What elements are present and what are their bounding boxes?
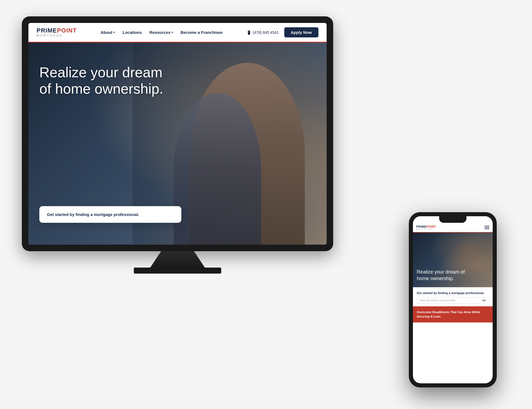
nav-resources-label: Resources (149, 30, 170, 35)
phone-logo-top: PRIMEPOINT (416, 225, 436, 228)
person2-silhouette (174, 93, 261, 245)
phone: PRIMEPOINT MORTGAGE Realize your dream o… (409, 212, 496, 387)
nav-locations-label: Locations (122, 30, 142, 35)
hamburger-line1 (484, 226, 489, 226)
nav-franchisee[interactable]: Become a Franchisee (181, 30, 223, 35)
desktop-logo: PRIMEPOINT MORTGAGE (37, 28, 77, 37)
hero-title-line2: of home ownership. (39, 81, 163, 97)
phone-cta-section: Overcome Roadblocks That Can Arise While… (413, 306, 493, 322)
phone-logo-prime: PRIME (416, 225, 426, 228)
phone-search-input[interactable]: Enter Zip Code or City and State | Go (417, 297, 489, 304)
phone-notch (439, 216, 466, 223)
phone-link[interactable]: 📱 (478) 845 4541 (247, 30, 279, 35)
page-container: PRIMEPOINT MORTGAGE About ▾ Locations (0, 0, 532, 409)
hamburger-line3 (484, 229, 489, 229)
desktop-nav: PRIMEPOINT MORTGAGE About ▾ Locations (28, 23, 327, 43)
phone-logo: PRIMEPOINT MORTGAGE (416, 225, 436, 230)
nav-franchisee-label: Become a Franchisee (181, 30, 223, 35)
desktop-logo-top: PRIMEPOINT (37, 28, 77, 34)
monitor-stand (150, 251, 205, 268)
phone-body: PRIMEPOINT MORTGAGE Realize your dream o… (409, 212, 496, 387)
nav-right: 📱 (478) 845 4541 Apply Now (247, 27, 318, 37)
phone-logo-bottom: MORTGAGE (416, 228, 436, 230)
phone-logo-point: POINT (426, 225, 436, 228)
desktop-logo-bottom: MORTGAGE (37, 34, 77, 37)
phone-hero-text: Realize your dream of home ownership. (417, 269, 466, 282)
nav-about-label: About (101, 30, 112, 35)
logo-prime: PRIME (37, 27, 57, 34)
hero-background: Realize your dream of home ownership. Ge… (28, 43, 327, 245)
hero-content: Realize your dream of home ownership. (39, 64, 163, 97)
hero-title-line1: Realize your dream (39, 64, 162, 80)
hamburger-menu[interactable] (484, 226, 489, 229)
phone-icon: 📱 (247, 30, 251, 35)
desktop-hero: Realize your dream of home ownership. Ge… (28, 43, 327, 245)
hero-title: Realize your dream of home ownership. (39, 64, 163, 97)
nav-locations[interactable]: Locations (122, 30, 142, 35)
phone-search-section: Get started by finding a mortgage profes… (413, 287, 493, 306)
apply-button[interactable]: Apply Now (284, 27, 319, 37)
monitor: PRIMEPOINT MORTGAGE About ▾ Locations (22, 16, 333, 273)
nav-resources-arrow: ▾ (172, 31, 173, 34)
phone-go-button[interactable]: Go (482, 299, 486, 302)
nav-about-arrow: ▾ (113, 31, 115, 34)
nav-resources[interactable]: Resources ▾ (149, 30, 173, 35)
nav-about[interactable]: About ▾ (101, 30, 115, 35)
hamburger-line2 (484, 227, 489, 228)
hero-search-box: Get started by finding a mortgage profes… (39, 206, 181, 223)
phone-cta-text: Overcome Roadblocks That Can Arise While… (417, 310, 489, 319)
phone-hero: Realize your dream of home ownership. (413, 233, 493, 287)
monitor-screen: PRIMEPOINT MORTGAGE About ▾ Locations (28, 23, 327, 245)
monitor-body: PRIMEPOINT MORTGAGE About ▾ Locations (22, 16, 333, 251)
desktop-nav-links: About ▾ Locations Resources ▾ Become a F… (101, 30, 223, 35)
search-label: Get started by finding a mortgage profes… (47, 212, 174, 217)
phone-search-placeholder: Enter Zip Code or City and State (420, 299, 455, 302)
phone-screen: PRIMEPOINT MORTGAGE Realize your dream o… (413, 216, 493, 383)
phone-search-label: Get started by finding a mortgage profes… (417, 291, 489, 295)
monitor-base (134, 268, 221, 274)
logo-point: POINT (57, 27, 77, 34)
phone-number: (478) 845 4541 (253, 30, 279, 35)
